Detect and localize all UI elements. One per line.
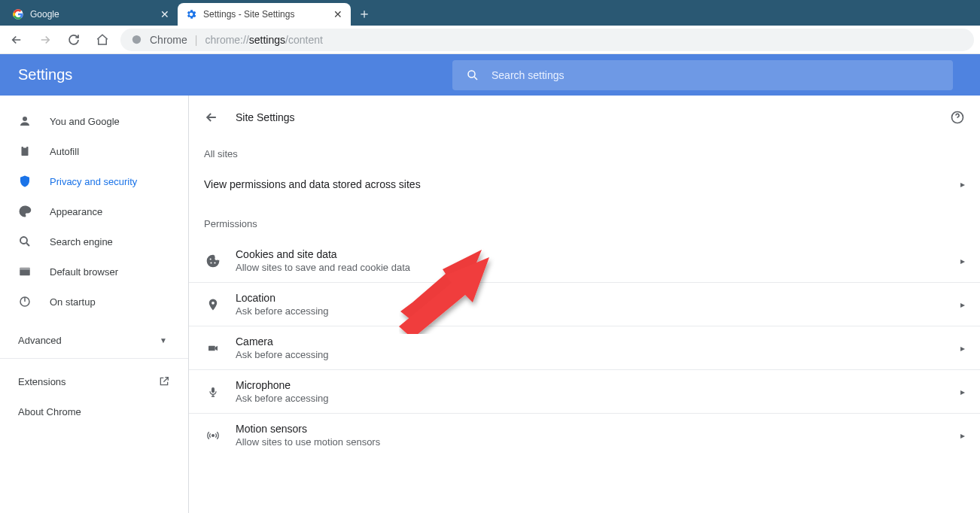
microphone-icon xyxy=(204,384,222,399)
search-icon xyxy=(466,68,479,82)
search-settings-input[interactable]: Search settings xyxy=(452,60,953,90)
new-tab-button[interactable]: ＋ xyxy=(354,3,375,24)
sidebar-item-label: About Chrome xyxy=(18,406,81,417)
person-icon xyxy=(18,114,33,128)
tab-google[interactable]: Google ✕ xyxy=(5,3,178,26)
chevron-right-icon: ▸ xyxy=(960,430,965,441)
tab-settings[interactable]: Settings - Site Settings ✕ xyxy=(178,3,351,26)
svg-rect-8 xyxy=(20,268,30,270)
row-subtitle: Allow sites to save and read cookie data xyxy=(236,262,960,273)
forward-button[interactable] xyxy=(35,29,56,50)
sidebar-item-extensions[interactable]: Extensions xyxy=(0,366,188,396)
sidebar-item-advanced[interactable]: Advanced ▼ xyxy=(0,323,188,359)
sidebar-item-default-browser[interactable]: Default browser xyxy=(0,256,188,287)
sidebar-item-about[interactable]: About Chrome xyxy=(0,396,188,426)
sidebar-item-you-and-google[interactable]: You and Google xyxy=(0,106,188,136)
cookie-icon xyxy=(204,253,222,269)
close-icon[interactable]: ✕ xyxy=(333,9,343,20)
svg-point-3 xyxy=(23,117,27,121)
chevron-down-icon: ▼ xyxy=(160,336,167,345)
svg-point-2 xyxy=(468,71,475,77)
svg-rect-14 xyxy=(208,345,215,351)
help-icon[interactable] xyxy=(950,110,965,125)
tab-strip: Google ✕ Settings - Site Settings ✕ ＋ xyxy=(0,0,980,26)
camera-icon xyxy=(204,342,222,354)
row-subtitle: Ask before accessing xyxy=(236,349,960,360)
power-icon xyxy=(18,295,33,308)
chevron-right-icon: ▸ xyxy=(960,343,965,354)
back-button[interactable] xyxy=(6,29,27,50)
row-motion-sensors[interactable]: Motion sensors Allow sites to use motion… xyxy=(189,413,980,457)
site-info-icon xyxy=(131,34,142,45)
sidebar-item-label: Default browser xyxy=(50,266,118,278)
home-button[interactable] xyxy=(92,29,113,50)
clipboard-icon xyxy=(18,144,33,158)
sidebar-item-privacy[interactable]: Privacy and security xyxy=(0,166,188,196)
section-label-all-sites: All sites xyxy=(189,139,980,168)
row-location[interactable]: Location Ask before accessing ▸ xyxy=(189,282,980,326)
svg-point-6 xyxy=(20,237,27,244)
sidebar-item-label: Extensions xyxy=(18,376,66,387)
row-title: Camera xyxy=(236,335,960,348)
scheme-label: Chrome xyxy=(150,34,187,46)
row-cookies[interactable]: Cookies and site data Allow sites to sav… xyxy=(189,238,980,282)
browser-icon xyxy=(18,265,33,278)
reload-button[interactable] xyxy=(63,29,84,50)
tab-label: Google xyxy=(30,9,154,20)
svg-rect-15 xyxy=(212,387,215,393)
tab-label: Settings - Site Settings xyxy=(203,9,327,20)
sidebar-item-label: Search engine xyxy=(50,236,113,247)
sidebar-item-label: Appearance xyxy=(50,206,102,217)
page-title: Site Settings xyxy=(236,111,933,123)
row-view-permissions[interactable]: View permissions and data stored across … xyxy=(189,168,980,199)
row-title: View permissions and data stored across … xyxy=(204,178,960,190)
row-subtitle: Allow sites to use motion sensors xyxy=(236,436,960,448)
sidebar: You and Google Autofill Privacy and secu… xyxy=(0,96,188,513)
url-text: chrome://settings/content xyxy=(205,34,322,46)
svg-point-11 xyxy=(210,258,212,260)
row-subtitle: Ask before accessing xyxy=(236,305,960,317)
palette-icon xyxy=(18,205,33,218)
row-subtitle: Ask before accessing xyxy=(236,393,960,404)
sidebar-item-search-engine[interactable]: Search engine xyxy=(0,226,188,256)
section-label-permissions: Permissions xyxy=(189,209,980,238)
row-title: Motion sensors xyxy=(236,423,960,435)
search-placeholder: Search settings xyxy=(492,69,565,81)
shield-icon xyxy=(18,175,33,188)
gear-icon xyxy=(185,8,197,20)
sidebar-item-autofill[interactable]: Autofill xyxy=(0,136,188,166)
row-title: Cookies and site data xyxy=(236,248,960,260)
svg-point-16 xyxy=(212,434,215,436)
browser-toolbar: Chrome | chrome://settings/content xyxy=(0,26,980,54)
sidebar-item-label: Privacy and security xyxy=(50,176,137,187)
row-camera[interactable]: Camera Ask before accessing ▸ xyxy=(189,326,980,369)
content-area: Site Settings All sites View permissions… xyxy=(189,96,980,513)
chevron-right-icon: ▸ xyxy=(960,387,965,397)
row-title: Location xyxy=(236,292,960,304)
svg-point-13 xyxy=(214,262,215,263)
svg-rect-5 xyxy=(23,146,27,148)
chevron-right-icon: ▸ xyxy=(960,299,965,310)
google-favicon xyxy=(12,8,24,20)
location-icon xyxy=(204,297,222,312)
settings-header: Settings Search settings xyxy=(0,54,980,96)
sidebar-item-label: Advanced xyxy=(18,335,62,346)
svg-rect-4 xyxy=(22,147,29,156)
sidebar-item-label: You and Google xyxy=(50,116,120,127)
svg-point-1 xyxy=(132,35,141,44)
address-bar[interactable]: Chrome | chrome://settings/content xyxy=(120,29,974,51)
back-arrow-button[interactable] xyxy=(204,110,219,125)
sidebar-item-label: Autofill xyxy=(50,146,79,157)
row-title: Microphone xyxy=(236,379,960,391)
close-icon[interactable]: ✕ xyxy=(160,9,170,20)
sidebar-item-label: On startup xyxy=(50,296,96,308)
sidebar-item-appearance[interactable]: Appearance xyxy=(0,196,188,226)
row-microphone[interactable]: Microphone Ask before accessing ▸ xyxy=(189,369,980,413)
search-icon xyxy=(18,235,33,248)
chevron-right-icon: ▸ xyxy=(960,179,965,190)
sensor-icon xyxy=(204,430,222,442)
sidebar-item-on-startup[interactable]: On startup xyxy=(0,287,188,317)
settings-title: Settings xyxy=(18,66,72,83)
external-link-icon xyxy=(158,375,170,387)
chevron-right-icon: ▸ xyxy=(960,256,965,266)
